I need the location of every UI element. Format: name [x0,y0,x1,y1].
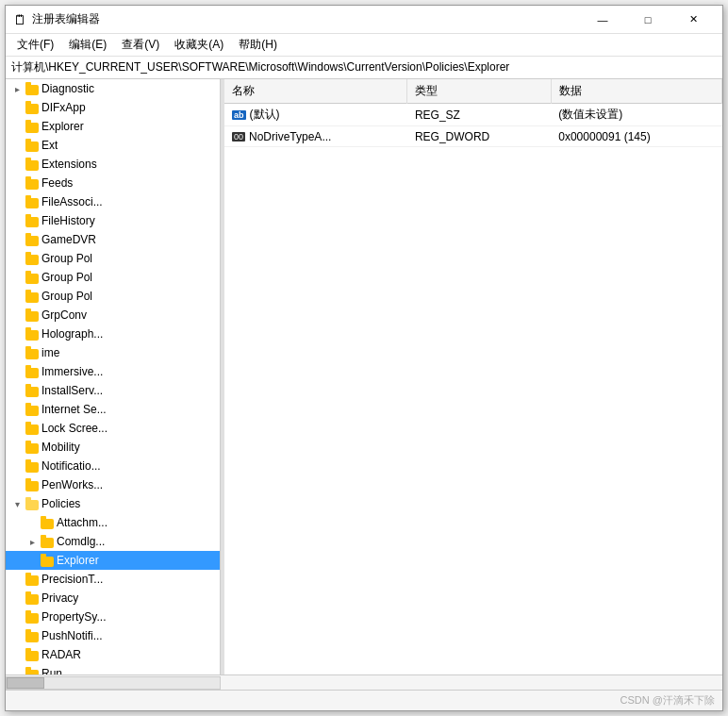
tree-item-label: Notificatio... [41,459,101,473]
expand-arrow[interactable] [9,440,25,455]
table-row[interactable]: 00 NoDriveTypeA...REG_DWORD0x00000091 (1… [224,126,722,147]
menu-item-编辑(E)[interactable]: 编辑(E) [61,35,114,55]
menu-item-文件(F)[interactable]: 文件(F) [9,35,61,55]
cell-data: (数值未设置) [551,104,721,126]
tree-item[interactable]: Group Pol [6,249,220,268]
menu-item-帮助(H)[interactable]: 帮助(H) [231,35,285,55]
bottom-scroll-bar[interactable] [6,674,722,690]
title-controls: — □ ✕ [581,8,715,31]
expand-arrow[interactable] [9,175,25,191]
tree-item[interactable]: PrecisionT... [6,570,220,589]
expand-arrow[interactable] [9,345,25,360]
expand-arrow[interactable] [25,515,40,530]
tree-item-label: PushNotifi... [41,629,103,642]
tree-item[interactable]: PushNotifi... [6,626,220,645]
tree-item-label: Group Pol [41,271,92,284]
expand-arrow[interactable] [9,138,25,153]
menu-item-收藏夹(A)[interactable]: 收藏夹(A) [167,35,231,55]
expand-arrow[interactable] [9,289,25,304]
column-header-类型[interactable]: 类型 [407,79,551,104]
expand-arrow[interactable] [9,609,25,624]
tree-item[interactable]: Explorer [6,551,220,570]
expand-arrow[interactable] [9,232,25,247]
tree-item[interactable]: Notificatio... [6,457,220,475]
tree-item[interactable]: Group Pol [6,268,220,287]
tree-item[interactable]: Group Pol [6,287,220,306]
tree-item[interactable]: ▾Policies [6,494,220,513]
tree-item[interactable]: RADAR [6,645,220,664]
scroll-thumb[interactable] [7,677,44,689]
expand-arrow[interactable]: ▸ [25,534,40,549]
table-row[interactable]: ab (默认)REG_SZ(数值未设置) [224,104,722,126]
expand-arrow[interactable] [9,647,25,662]
expand-arrow[interactable] [9,421,25,436]
tree-item-label: Policies [41,497,80,510]
expand-arrow[interactable] [9,402,25,417]
tree-item[interactable]: Feeds [6,174,220,192]
expand-arrow[interactable] [9,194,25,209]
minimize-button[interactable]: — [581,8,624,31]
tree-item[interactable]: Run [6,664,220,674]
tree-item[interactable]: FileAssoci... [6,192,220,211]
expand-arrow[interactable] [9,157,25,172]
tree-item[interactable]: Lock Scree... [6,419,220,438]
close-button[interactable]: ✕ [671,8,715,31]
expand-arrow[interactable] [9,666,25,674]
tree-item[interactable]: Privacy [6,589,220,608]
expand-arrow[interactable] [9,326,25,341]
expand-arrow[interactable] [9,251,25,266]
tree-item[interactable]: Internet Se... [6,400,220,419]
tree-item-label: GrpConv [41,308,87,322]
tree-pane[interactable]: ▸DiagnosticDIFxAppExplorerExtExtensionsF… [6,79,221,674]
expand-arrow[interactable] [9,213,25,228]
expand-arrow[interactable] [9,100,25,115]
tree-item[interactable]: PropertySy... [6,608,220,626]
expand-arrow[interactable] [9,383,25,398]
tree-item[interactable]: ▸Comdlg... [6,532,220,551]
expand-arrow[interactable]: ▾ [9,496,25,511]
cell-type: REG_DWORD [407,126,551,147]
tree-item[interactable]: PenWorks... [6,475,220,494]
tree-item[interactable]: Ext [6,136,220,155]
right-scroll-area[interactable]: 名称类型数据 ab (默认)REG_SZ(数值未设置)00 NoDriveTyp… [224,79,722,674]
expand-arrow[interactable] [9,628,25,643]
expand-arrow[interactable] [9,119,25,134]
column-header-名称[interactable]: 名称 [224,79,407,104]
folder-icon [25,100,40,115]
tree-item[interactable]: DIFxApp [6,98,220,117]
folder-icon [25,270,40,285]
tree-item[interactable]: GrpConv [6,306,220,325]
expand-arrow[interactable] [9,364,25,379]
expand-arrow[interactable]: ▸ [9,81,25,96]
expand-arrow[interactable] [9,270,25,285]
expand-arrow[interactable] [9,308,25,323]
expand-arrow[interactable] [9,477,25,492]
folder-icon [25,458,40,474]
folder-icon [25,402,40,417]
table-header-row: 名称类型数据 [224,79,722,104]
horizontal-scrollbar[interactable] [6,676,221,690]
folder-icon [25,421,40,436]
column-header-数据[interactable]: 数据 [551,79,721,104]
expand-arrow[interactable] [9,458,25,474]
tree-item[interactable]: Extensions [6,155,220,174]
tree-item[interactable]: Attachm... [6,513,220,532]
title-bar: 🗒 注册表编辑器 — □ ✕ [6,6,722,34]
tree-item[interactable]: InstallServ... [6,381,220,400]
tree-item[interactable]: Immersive... [6,362,220,381]
expand-arrow[interactable] [9,591,25,606]
expand-arrow[interactable] [25,553,40,568]
tree-item[interactable]: ▸Diagnostic [6,79,220,98]
expand-arrow[interactable] [9,572,25,587]
menu-item-查看(V)[interactable]: 查看(V) [114,35,167,55]
window-title: 注册表编辑器 [32,11,100,27]
tree-item[interactable]: ime [6,343,220,362]
tree-item[interactable]: Mobility [6,438,220,457]
folder-icon [25,119,40,134]
tree-item[interactable]: FileHistory [6,211,220,230]
tree-item[interactable]: Explorer [6,117,220,136]
tree-item-label: Group Pol [41,252,92,265]
tree-item[interactable]: GameDVR [6,230,220,249]
tree-item[interactable]: Holograph... [6,325,220,343]
maximize-button[interactable]: □ [626,8,670,31]
